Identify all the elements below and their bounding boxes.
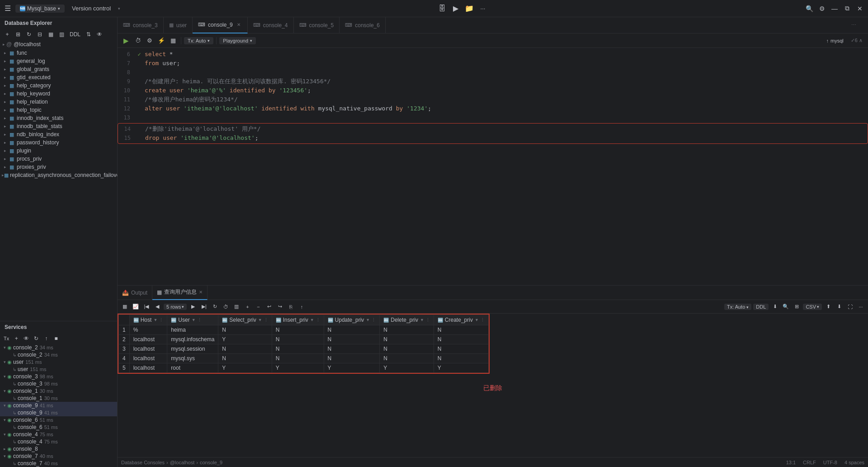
console-1-sub[interactable]: ↳ console_1 30 ms xyxy=(0,395,117,402)
console-group-8[interactable]: ▸ ◉ console_8 xyxy=(0,445,117,453)
stop-button[interactable]: ⏱ xyxy=(133,36,143,46)
add-schema-icon[interactable]: ⊞ xyxy=(14,30,23,39)
code-editor[interactable]: 6 ✓ select * 7 from user; 8 xyxy=(118,48,868,285)
console-group-9[interactable]: ▾ ◉ console_9 41 ms xyxy=(0,402,117,409)
filter-icon[interactable]: ▼ xyxy=(475,318,479,322)
csv-badge[interactable]: CSV ▾ xyxy=(803,304,822,310)
query-tab-close-icon[interactable]: ✕ xyxy=(199,290,203,295)
chart-view-button[interactable]: 📈 xyxy=(131,302,140,311)
table-row[interactable]: 3 localhost mysql.session N N N N N xyxy=(119,344,489,354)
cols-result-button[interactable]: ▥ xyxy=(232,302,241,311)
table2-icon[interactable]: ▥ xyxy=(57,30,66,39)
ddl-label[interactable]: DDL xyxy=(68,31,82,38)
breadcrumb-item-3[interactable]: console_9 xyxy=(200,460,222,465)
filter-icon[interactable]: ▼ xyxy=(153,318,157,322)
tab-console-6[interactable]: ⌨ console_6 xyxy=(340,17,386,33)
tx-auto-badge[interactable]: Tx: Auto ▾ xyxy=(184,37,213,44)
col-delete-priv[interactable]: 🔤 Delete_priv ▼ ⋮ xyxy=(380,315,434,325)
breadcrumb-item-2[interactable]: @localhost xyxy=(170,460,195,465)
sidebar-table-item[interactable]: ▸ ▦ general_log xyxy=(0,57,117,65)
close-button[interactable]: ✕ xyxy=(855,4,864,13)
console-group-1[interactable]: ▾ ◉ console_1 30 ms xyxy=(0,387,117,395)
table-row[interactable]: 4 localhost mysql.sys N N N N N xyxy=(119,354,489,363)
next-row-button[interactable]: ▶ xyxy=(189,302,198,311)
fullscreen-button[interactable]: ⛶ xyxy=(845,302,854,311)
tab-console-4[interactable]: ⌨ console_4 xyxy=(248,17,294,33)
sort-icon[interactable]: ⋮ xyxy=(316,318,320,322)
sidebar-table-item[interactable]: ▸ ▦ procs_priv xyxy=(0,155,117,163)
add-icon[interactable]: + xyxy=(3,30,12,39)
sidebar-table-item[interactable]: ▸ ▦ help_keyword xyxy=(0,90,117,98)
sidebar-table-item[interactable]: ▸ ▦ help_relation xyxy=(0,98,117,106)
sidebar-table-item[interactable]: ▸ ▦ innodb_table_stats xyxy=(0,122,117,130)
table-icon[interactable]: ▦ xyxy=(46,30,55,39)
eye-console-icon[interactable]: 👁 xyxy=(22,334,31,343)
execute-button[interactable]: ⚡ xyxy=(156,36,166,46)
console-3-sub[interactable]: ↳ console_3 98 ms xyxy=(0,380,117,387)
tabs-more-icon[interactable]: ⋯ xyxy=(849,22,859,28)
console-9-sub[interactable]: ↳ console_9 41 ms xyxy=(0,409,117,416)
console-group-3[interactable]: ▾ ◉ console_3 98 ms xyxy=(0,373,117,380)
filter-icon[interactable]: ▼ xyxy=(310,318,314,322)
settings-icon[interactable]: ⚙ xyxy=(817,4,826,13)
sidebar-table-item[interactable]: ▸ ▦ func xyxy=(0,49,117,57)
sidebar-table-item[interactable]: ▸ ▦ password_history xyxy=(0,138,117,147)
collapse-icon[interactable]: ⊟ xyxy=(35,30,44,39)
sidebar-table-item[interactable]: ▸ ▦ help_topic xyxy=(0,106,117,114)
sidebar-table-item[interactable]: ▸ ▦ global_grants xyxy=(0,65,117,73)
playground-badge[interactable]: Playground ▾ xyxy=(219,37,256,44)
download-button[interactable]: ⬇ xyxy=(770,302,779,311)
last-row-button[interactable]: ▶| xyxy=(199,302,208,311)
run-button[interactable]: ▶ xyxy=(121,36,131,46)
breadcrumb-item-1[interactable]: Database Consoles xyxy=(121,460,165,465)
table-row[interactable]: 5 localhost root Y Y Y Y Y xyxy=(119,363,489,373)
grid-view-button[interactable]: ▦ xyxy=(120,302,129,311)
copy-button[interactable]: ⎘ xyxy=(286,302,295,311)
col-user[interactable]: 🔤 User ▼ ⋮ xyxy=(167,315,218,325)
tab-close-icon[interactable]: ✕ xyxy=(236,22,242,28)
refresh-console-icon[interactable]: ↻ xyxy=(32,334,41,343)
sort-icon[interactable]: ⋮ xyxy=(372,318,376,322)
console-group-6[interactable]: ▾ ◉ console_6 51 ms xyxy=(0,416,117,424)
filter-icon[interactable]: ▼ xyxy=(366,318,370,322)
console-group-4[interactable]: ▾ ◉ console_4 75 ms xyxy=(0,431,117,438)
timer-result-button[interactable]: ⏱ xyxy=(221,302,230,311)
up-result-button[interactable]: ↑ xyxy=(297,302,306,311)
ddl-result-badge[interactable]: DDL xyxy=(753,304,769,310)
tab-console-3[interactable]: ⌨ console_3 xyxy=(118,17,164,33)
run-icon[interactable]: ▶ xyxy=(451,4,461,14)
user-group[interactable]: ▾ ◉ user 151 ms xyxy=(0,358,117,366)
export-button[interactable]: ⬆ xyxy=(824,302,833,311)
add-row-button[interactable]: + xyxy=(243,302,252,311)
sidebar-table-item[interactable]: ▸ ▦ ndb_binlog_index xyxy=(0,130,117,138)
console-group-2[interactable]: ▾ ◉ console_2 34 ms xyxy=(0,344,117,351)
first-row-button[interactable]: |◀ xyxy=(142,302,151,311)
sort-icon[interactable]: ⋮ xyxy=(426,318,430,322)
settings-button[interactable]: ⚙ xyxy=(145,36,155,46)
sidebar-table-item[interactable]: ▸ ▦ proxies_priv xyxy=(0,163,117,171)
col-insert-priv[interactable]: 🔤 Insert_priv ▼ ⋮ xyxy=(272,315,324,325)
col-create-priv[interactable]: 🔤 Create_priv ▼ ⋮ xyxy=(434,315,488,325)
sort-icon[interactable]: ⋮ xyxy=(264,318,268,322)
app-icon[interactable]: ☰ xyxy=(4,5,12,13)
refresh-icon[interactable]: ↻ xyxy=(24,30,33,39)
tab-console-5[interactable]: ⌨ console_5 xyxy=(294,17,340,33)
rows-badge[interactable]: 5 rows ▾ xyxy=(164,304,187,310)
table-row[interactable]: 2 localhost mysql.infoschema Y N N N N xyxy=(119,335,489,344)
sidebar-table-item[interactable]: ▸ ▦ plugin xyxy=(0,147,117,155)
search-result-button[interactable]: 🔍 xyxy=(781,302,790,311)
sidebar-table-item[interactable]: ▸ ▦ gtid_executed xyxy=(0,73,117,81)
col-update-priv[interactable]: 🔤 Update_priv ▼ ⋮ xyxy=(324,315,380,325)
table-row[interactable]: 1 % heima N N N N N xyxy=(119,325,489,335)
expand-result-button[interactable]: ⊞ xyxy=(792,302,801,311)
eye-icon[interactable]: 👁 xyxy=(95,30,104,39)
col-select-priv[interactable]: 🔤 Select_priv ▼ ⋮ xyxy=(218,315,272,325)
filter-icon[interactable]: ▼ xyxy=(192,318,196,322)
sidebar-table-item[interactable]: ▸ ▦ innodb_index_stats xyxy=(0,114,117,122)
stop-icon[interactable]: ■ xyxy=(52,334,61,343)
sort-icon[interactable]: ⋮ xyxy=(198,318,202,322)
db-icon[interactable]: 🗄 xyxy=(437,4,447,14)
sidebar-table-item[interactable]: ▸ ▦ replication_asynchronous_connection_… xyxy=(0,171,117,179)
table-view-button[interactable]: ▦ xyxy=(168,36,178,46)
tx-result-badge[interactable]: Tx: Auto ▾ xyxy=(724,304,751,310)
